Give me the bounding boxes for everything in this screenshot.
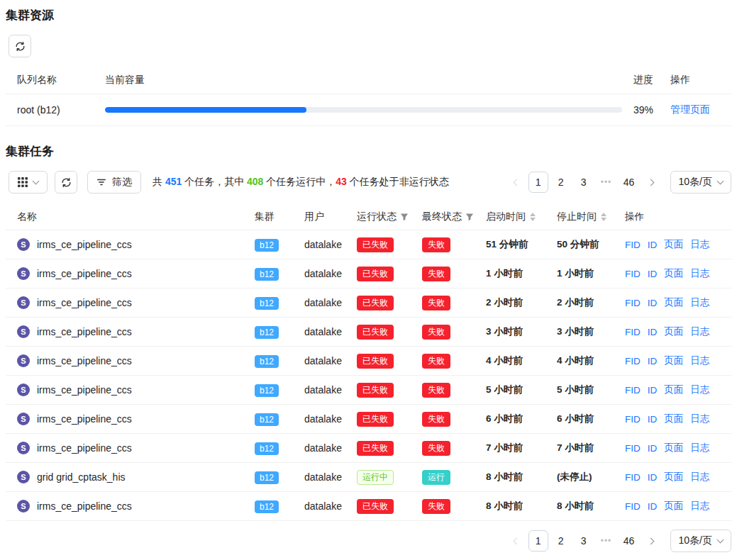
chevron-right-icon <box>647 179 654 186</box>
spark-avatar-icon: S <box>17 325 30 338</box>
page-ellipsis[interactable]: ••• <box>597 172 616 193</box>
id-link[interactable]: ID <box>648 472 658 483</box>
id-link[interactable]: ID <box>648 414 658 425</box>
page-link[interactable]: 页面 <box>664 267 683 280</box>
sorter-icon[interactable] <box>601 213 606 221</box>
task-user: datalake <box>304 268 357 279</box>
page-link[interactable]: 页面 <box>664 383 683 396</box>
page-size-select[interactable]: 10条/页 <box>670 530 731 552</box>
page-1-button[interactable]: 1 <box>528 530 548 551</box>
page-size-select[interactable]: 10条/页 <box>670 171 731 194</box>
page-prev-button[interactable] <box>506 172 526 193</box>
page-link[interactable]: 页面 <box>664 471 683 483</box>
start-time: 7 小时前 <box>486 442 557 454</box>
page-46-button[interactable]: 46 <box>619 172 639 193</box>
fid-link[interactable]: FID <box>625 356 641 366</box>
id-link[interactable]: ID <box>648 356 658 366</box>
refresh-tasks-button[interactable] <box>55 171 77 194</box>
final-status-badge: 失败 <box>422 441 450 456</box>
table-row: S irms_ce_pipeline_ccs b12 datalake 已失败 … <box>6 405 731 434</box>
table-row: S irms_ce_pipeline_ccs b12 datalake 已失败 … <box>6 230 731 259</box>
manage-page-link[interactable]: 管理页面 <box>670 103 710 115</box>
filter-funnel-icon[interactable] <box>465 213 474 221</box>
log-link[interactable]: 日志 <box>690 383 709 396</box>
page-prev-button[interactable] <box>506 530 526 551</box>
log-link[interactable]: 日志 <box>690 354 709 367</box>
id-link[interactable]: ID <box>648 385 658 396</box>
cluster-badge: b12 <box>255 384 279 397</box>
log-link[interactable]: 日志 <box>690 296 709 309</box>
tasks-table-header: 名称 集群 用户 运行状态 最终状态 启动时间 停止时间 操作 <box>6 203 731 230</box>
fid-link[interactable]: FID <box>625 385 641 396</box>
page-1-button[interactable]: 1 <box>528 172 548 193</box>
page-3-button[interactable]: 3 <box>574 172 594 193</box>
spark-avatar-icon: S <box>17 296 30 309</box>
table-row: S irms_ce_pipeline_ccs b12 datalake 已失败 … <box>6 318 731 347</box>
cluster-resources-section: 集群资源 队列名称 当前容量 进度 操作 root (b12) <box>6 7 731 126</box>
log-link[interactable]: 日志 <box>690 442 709 454</box>
start-time: 6 小时前 <box>486 413 557 425</box>
refresh-button[interactable] <box>9 35 31 57</box>
fid-link[interactable]: FID <box>625 298 641 308</box>
stop-time: 1 小时前 <box>557 267 625 280</box>
id-link[interactable]: ID <box>648 298 658 308</box>
page-46-button[interactable]: 46 <box>619 530 639 551</box>
log-link[interactable]: 日志 <box>690 325 709 338</box>
task-user: datalake <box>304 355 357 366</box>
id-link[interactable]: ID <box>648 443 658 454</box>
column-header-name: 名称 <box>6 211 255 223</box>
queue-name: root (b12) <box>6 104 105 116</box>
page-link[interactable]: 页面 <box>664 296 683 309</box>
final-status-badge: 失败 <box>422 296 450 310</box>
page-3-button[interactable]: 3 <box>574 530 594 551</box>
log-link[interactable]: 日志 <box>690 413 709 425</box>
task-name: irms_ce_pipeline_ccs <box>37 268 132 279</box>
stop-time: 4 小时前 <box>557 354 625 367</box>
fid-link[interactable]: FID <box>625 414 641 425</box>
page-link[interactable]: 页面 <box>664 238 683 251</box>
log-link[interactable]: 日志 <box>690 238 709 251</box>
fid-link[interactable]: FID <box>625 269 641 279</box>
log-link[interactable]: 日志 <box>690 267 709 280</box>
cluster-badge: b12 <box>255 500 279 513</box>
task-name: irms_ce_pipeline_ccs <box>37 297 132 308</box>
cluster-badge: b12 <box>255 355 279 368</box>
id-link[interactable]: ID <box>648 327 658 337</box>
run-status-badge: 已失败 <box>357 296 394 310</box>
page-2-button[interactable]: 2 <box>551 530 571 551</box>
id-link[interactable]: ID <box>648 501 658 512</box>
filter-button[interactable]: 筛选 <box>87 171 141 194</box>
fid-link[interactable]: FID <box>625 240 641 250</box>
task-name: grid grid_cptask_his <box>37 471 126 483</box>
cluster-badge: b12 <box>255 297 279 310</box>
page-link[interactable]: 页面 <box>664 500 683 513</box>
fid-link[interactable]: FID <box>625 443 641 454</box>
id-link[interactable]: ID <box>648 269 658 279</box>
start-time: 5 小时前 <box>486 383 557 396</box>
page-next-button[interactable] <box>642 530 662 551</box>
refresh-icon <box>61 177 72 188</box>
page-ellipsis[interactable]: ••• <box>597 530 616 551</box>
page-link[interactable]: 页面 <box>664 325 683 338</box>
tasks-toolbar: 筛选 共 451 个任务，其中 408 个任务运行中，43 个任务处于非运行状态… <box>9 171 731 194</box>
column-settings-button[interactable] <box>9 171 48 194</box>
column-header-stop-time: 停止时间 <box>557 211 625 223</box>
page-size-label: 10条/页 <box>679 534 712 547</box>
cluster-badge: b12 <box>255 268 279 281</box>
fid-link[interactable]: FID <box>625 472 641 483</box>
page-link[interactable]: 页面 <box>664 442 683 454</box>
fid-link[interactable]: FID <box>625 327 641 337</box>
id-link[interactable]: ID <box>648 240 658 250</box>
page-next-button[interactable] <box>642 172 662 193</box>
filter-funnel-icon[interactable] <box>400 213 409 221</box>
page-link[interactable]: 页面 <box>664 413 683 425</box>
page-link[interactable]: 页面 <box>664 354 683 367</box>
page-2-button[interactable]: 2 <box>551 172 571 193</box>
table-row: S irms_ce_pipeline_ccs b12 datalake 已失败 … <box>6 347 731 376</box>
progress-bar-fill <box>105 107 306 113</box>
final-status-badge: 失败 <box>422 354 450 369</box>
sorter-icon[interactable] <box>530 213 536 221</box>
log-link[interactable]: 日志 <box>690 500 709 513</box>
log-link[interactable]: 日志 <box>690 471 709 483</box>
fid-link[interactable]: FID <box>625 501 641 512</box>
